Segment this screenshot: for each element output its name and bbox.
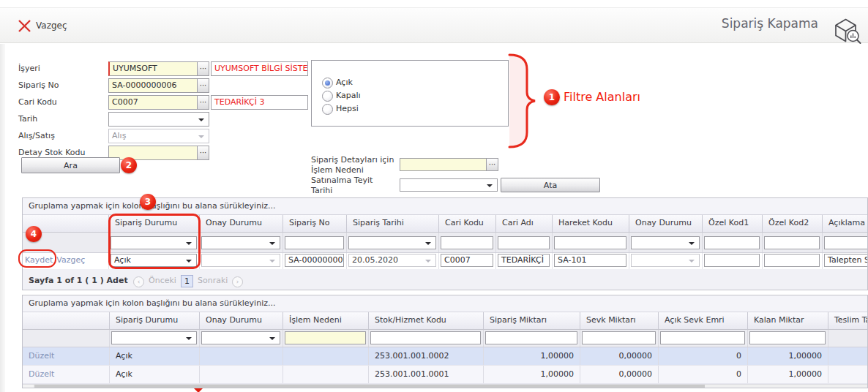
grid1-filter-5[interactable] [498, 236, 550, 249]
grid2-edit-link-0[interactable]: Düzelt [29, 351, 54, 361]
grid2-group-hint[interactable]: Gruplama yapmak için kolon başlığını bu … [23, 295, 867, 312]
grid2-filter-0[interactable] [111, 331, 197, 344]
grid1-header-2[interactable]: Sipariş No [283, 215, 347, 232]
grid1-pager-next[interactable]: Sonraki [198, 276, 228, 285]
grid1-cell-ctl-8[interactable] [704, 254, 760, 267]
grid2-filter-cell-5 [580, 330, 659, 347]
grid2-filter-4[interactable] [485, 331, 577, 344]
label-siparis-no: Sipariş No [18, 78, 59, 93]
grid2-header-3[interactable]: Stok/Hizmet Kodu [369, 312, 484, 329]
grid2-filter-5[interactable] [582, 331, 656, 344]
grid1-filter-9[interactable] [764, 236, 820, 249]
grid1-header-6[interactable]: Hareket Kodu [553, 215, 629, 232]
grid1-cell-ctl-5[interactable]: TEDARİKÇİ [498, 254, 550, 267]
grid1-header-10[interactable]: Açıklama 1 [823, 215, 868, 232]
order-closing-page: Vazgeç Sipariş Kapama İşyeri Sipariş No … [0, 0, 868, 392]
confirm-label-line2: Tarihi [311, 186, 332, 196]
grid1-cell-ctl-6[interactable]: SA-101 [554, 254, 626, 267]
grid2-header-6[interactable]: Açık Sevk Emri [659, 312, 748, 329]
grid1-cell-7 [629, 253, 703, 269]
grid2-header-7[interactable]: Kalan Miktar [748, 312, 828, 329]
grid1-cell-ctl-10[interactable]: Talepten S [824, 254, 868, 267]
grid2-edit-link-1[interactable]: Düzelt [29, 369, 54, 379]
grid1-cell-ctl-9[interactable] [764, 254, 820, 267]
order-closing-cube-icon [832, 17, 861, 47]
grid2-header-5[interactable]: Sevk Miktarı [580, 312, 659, 329]
grid1-header-3[interactable]: Sipariş Tarihi [347, 215, 439, 232]
grid2-filter-3[interactable] [370, 331, 481, 344]
grid2-header-1[interactable]: Onay Durumu [200, 312, 283, 329]
radio-kapali[interactable] [322, 91, 333, 102]
label-cari-kodu: Cari Kodu [18, 95, 57, 110]
radio-acik[interactable] [322, 78, 333, 88]
cancel-button[interactable]: Vazgeç [18, 18, 67, 34]
grid2-row1-cell-5: 0,00000 [580, 366, 659, 383]
grid1-pager-next-icon[interactable]: › [232, 276, 243, 287]
tarih-select[interactable] [108, 112, 209, 127]
grid2-header-2[interactable]: İşlem Nedeni [283, 312, 369, 329]
grid2-filter-cell-4 [484, 330, 580, 347]
grid2-hscroll-left-button[interactable]: ‹ [23, 385, 33, 388]
grid2-filter-6[interactable] [660, 331, 745, 344]
detay-stok-browse-button[interactable]: ··· [198, 146, 209, 160]
grid2-filter-1-arrow-icon [269, 337, 275, 340]
grid1-header-5[interactable]: Cari Adı [496, 215, 553, 232]
grid1-header-8[interactable]: Özel Kod1 [703, 215, 763, 232]
siparis-no-browse-button[interactable]: ··· [198, 78, 209, 93]
grid2-header-4[interactable]: Sipariş Miktarı [484, 312, 580, 329]
isyeri-input[interactable]: UYUMSOFT [108, 61, 198, 76]
grid1-filter-8[interactable] [704, 236, 760, 249]
grid1-header-9[interactable]: Özel Kod2 [763, 215, 823, 232]
grid1-filter-1[interactable] [201, 236, 280, 249]
annotation-bracket [504, 50, 542, 154]
detay-stok-input[interactable] [108, 146, 198, 160]
grid1-pager-text: Sayfa 1 of 1 ( 1 ) Adet [29, 276, 128, 285]
grid1-cell-ctl-2[interactable]: SA-000000000 [285, 254, 344, 267]
grid1-filter-3-arrow-icon [425, 242, 431, 245]
grid1-filter-cell-9 [763, 233, 823, 252]
grid1-pager-prev[interactable]: Önceki [149, 276, 176, 285]
siparis-no-input[interactable]: SA-0000000006 [108, 78, 198, 93]
isyeri-browse-button[interactable]: ··· [198, 61, 209, 76]
grid2-filter-cell-8 [828, 330, 868, 347]
grid2-header-0[interactable]: Sipariş Durumu [110, 312, 200, 329]
grid1-filter-3[interactable] [348, 236, 436, 249]
grid2-filter-2[interactable] [285, 331, 366, 344]
reason-input[interactable] [400, 158, 487, 171]
grid1-pager-prev-icon[interactable]: ‹ [133, 276, 144, 287]
cari-kodu-browse-button[interactable]: ··· [198, 95, 209, 110]
grid1-filter-10[interactable] [824, 236, 868, 249]
grid1-filter-2[interactable] [285, 236, 344, 249]
grid1-header-7[interactable]: Onay Durumu [629, 215, 703, 232]
grid1-filter-4[interactable] [441, 236, 493, 249]
grid1-filter-cell-8 [703, 233, 763, 252]
order-details-grid: Gruplama yapmak için kolon başlığını bu … [22, 295, 868, 388]
reason-browse-button[interactable]: ··· [487, 158, 498, 171]
grid2-hscrollbar: ‹ [23, 384, 867, 388]
isyeri-desc: UYUMSOFT BİLGİ SİSTE [211, 61, 308, 76]
grid1-cell-9 [763, 253, 823, 269]
confirm-date-select[interactable] [400, 178, 498, 192]
cari-kodu-input[interactable]: C0007 [108, 95, 198, 110]
radio-hepsi[interactable] [322, 104, 333, 115]
grid2-filter-cell-2 [283, 330, 369, 347]
grid1-cancel-link[interactable]: Vazgeç [56, 255, 85, 265]
grid1-header-4[interactable]: Cari Kodu [439, 215, 496, 232]
assign-button[interactable]: Ata [501, 178, 600, 192]
label-tarih: Tarih [18, 112, 37, 127]
grid2-hscroll-thumb[interactable] [34, 385, 705, 388]
grid2-filter-7[interactable] [749, 331, 826, 344]
grid1-filter-6[interactable] [554, 236, 626, 249]
grid2-row0-cell-8 [828, 347, 868, 365]
grid1-header-1[interactable]: Onay Durumu [200, 215, 283, 232]
alis-satis-select: Alış [108, 129, 209, 143]
grid2-filter-1[interactable] [201, 331, 280, 344]
grid2-header-8[interactable]: Teslim Tar [828, 312, 868, 329]
grid1-filter-cell-5 [496, 233, 553, 252]
confirm-date-arrow-icon [487, 184, 493, 187]
grid1-pager-page-1[interactable]: 1 [181, 275, 193, 287]
grid1-cell-ctl-4[interactable]: C0007 [441, 254, 493, 267]
search-button[interactable]: Ara [21, 157, 120, 173]
grid1-filter-cell-4 [439, 233, 496, 252]
grid1-filter-7[interactable] [631, 236, 700, 249]
